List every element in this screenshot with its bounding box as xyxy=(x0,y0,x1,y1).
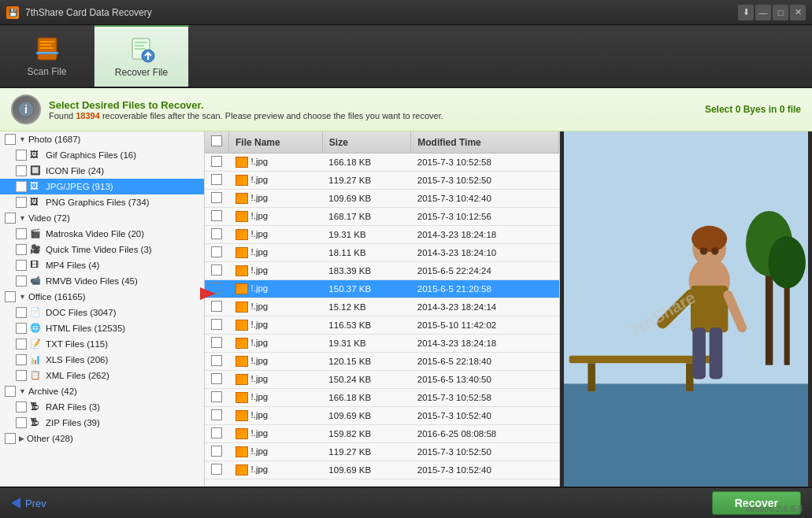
row-check-cell[interactable] xyxy=(205,262,229,280)
download-btn[interactable]: ⬇ xyxy=(738,5,754,20)
maximize-btn[interactable]: □ xyxy=(773,5,788,20)
row-checkbox-15[interactable] xyxy=(211,427,222,438)
row-checkbox-14[interactable] xyxy=(211,409,222,420)
row-checkbox-16[interactable] xyxy=(211,446,222,457)
tree-icon-item[interactable]: 🔲 ICON File (24) xyxy=(0,163,204,179)
tree-png-item[interactable]: 🖼 PNG Graphics Files (734) xyxy=(0,194,204,210)
row-check-cell[interactable] xyxy=(205,389,229,407)
prev-button[interactable]: Prev xyxy=(11,498,46,509)
tree-mkv-item[interactable]: 🎬 Matroska Video File (20) xyxy=(0,226,204,242)
tree-photo-check[interactable] xyxy=(5,134,16,145)
tree-rmvb-check[interactable] xyxy=(16,276,27,287)
tree-photo-category[interactable]: ▼ Photo (1687) xyxy=(0,131,204,147)
row-check-cell[interactable] xyxy=(205,244,229,262)
table-row[interactable]: !.jpg 166.18 KB 2015-7-3 10:52:58 xyxy=(205,154,559,172)
tree-archive-category[interactable]: ▼ Archive (42) xyxy=(0,383,204,399)
row-checkbox-4[interactable] xyxy=(211,228,222,239)
scan-file-button[interactable]: Scan File xyxy=(0,25,95,87)
row-check-cell[interactable] xyxy=(205,154,229,172)
table-row[interactable]: !.jpg 159.82 KB 2016-6-25 08:08:58 xyxy=(205,425,559,443)
table-row[interactable]: !.jpg 119.27 KB 2015-7-3 10:52:50 xyxy=(205,172,559,190)
row-check-cell[interactable] xyxy=(205,298,229,316)
row-checkbox-0[interactable] xyxy=(211,156,222,167)
tree-qt-item[interactable]: 🎥 Quick Time Video Files (3) xyxy=(0,242,204,257)
minimize-btn[interactable]: — xyxy=(755,5,771,20)
row-check-cell[interactable] xyxy=(205,335,229,353)
tree-xml-check[interactable] xyxy=(16,370,27,381)
tree-video-check[interactable] xyxy=(5,213,16,224)
tree-txt-item[interactable]: 📝 TXT Files (115) xyxy=(0,336,204,352)
row-checkbox-11[interactable] xyxy=(211,355,222,366)
tree-jpg-item[interactable]: 🖼 JPG/JPEG (913) xyxy=(0,179,204,194)
row-check-cell[interactable] xyxy=(205,353,229,371)
tree-doc-item[interactable]: 📄 DOC Files (3047) xyxy=(0,305,204,320)
row-checkbox-17[interactable] xyxy=(211,464,222,475)
row-checkbox-2[interactable] xyxy=(211,192,222,203)
row-check-cell[interactable] xyxy=(205,190,229,208)
tree-icon-check[interactable] xyxy=(16,165,27,176)
table-row[interactable]: !.jpg 150.37 KB 2015-6-5 21:20:58 xyxy=(205,280,559,298)
row-checkbox-12[interactable] xyxy=(211,373,222,384)
tree-office-category[interactable]: ▼ Office (16165) xyxy=(0,289,204,305)
tree-gif-item[interactable]: 🖼 Gif Graphics Files (16) xyxy=(0,147,204,163)
row-check-cell[interactable] xyxy=(205,425,229,443)
tree-html-check[interactable] xyxy=(16,323,27,334)
table-row[interactable]: !.jpg 119.27 KB 2015-7-3 10:52:50 xyxy=(205,443,559,461)
table-row[interactable]: !.jpg 109.69 KB 2015-7-3 10:42:40 xyxy=(205,190,559,208)
tree-zip-item[interactable]: 🗜 ZIP Files (39) xyxy=(0,415,204,431)
table-row[interactable]: !.jpg 168.17 KB 2015-7-3 10:12:56 xyxy=(205,208,559,226)
row-checkbox-3[interactable] xyxy=(211,210,222,221)
file-list[interactable]: File Name Size Modified Time !.jpg 166.1… xyxy=(205,131,560,487)
table-row[interactable]: !.jpg 19.31 KB 2014-3-23 18:24:18 xyxy=(205,335,559,353)
tree-rmvb-item[interactable]: 📹 RMVB Video Files (45) xyxy=(0,273,204,289)
table-row[interactable]: !.jpg 150.24 KB 2015-6-5 13:40:50 xyxy=(205,371,559,389)
table-row[interactable]: !.jpg 166.18 KB 2015-7-3 10:52:58 xyxy=(205,389,559,407)
tree-png-check[interactable] xyxy=(16,197,27,208)
row-check-cell[interactable] xyxy=(205,316,229,335)
tree-xls-check[interactable] xyxy=(16,354,27,365)
tree-gif-check[interactable] xyxy=(16,150,27,161)
tree-xls-item[interactable]: 📊 XLS Files (206) xyxy=(0,352,204,368)
tree-doc-check[interactable] xyxy=(16,307,27,318)
row-checkbox-6[interactable] xyxy=(211,265,222,276)
row-checkbox-13[interactable] xyxy=(211,391,222,402)
row-check-cell[interactable] xyxy=(205,172,229,190)
table-row[interactable]: !.jpg 109.69 KB 2015-7-3 10:52:40 xyxy=(205,407,559,425)
tree-txt-check[interactable] xyxy=(16,339,27,350)
tree-other-category[interactable]: ▶ Other (428) xyxy=(0,431,204,446)
table-row[interactable]: !.jpg 15.12 KB 2014-3-23 18:24:14 xyxy=(205,298,559,316)
tree-other-check[interactable] xyxy=(5,433,16,444)
tree-office-check[interactable] xyxy=(5,291,16,302)
tree-mp4-item[interactable]: 🎞 MP4 Files (4) xyxy=(0,257,204,273)
tree-mkv-check[interactable] xyxy=(16,228,27,239)
table-row[interactable]: !.jpg 120.15 KB 2015-6-5 22:18:40 xyxy=(205,353,559,371)
tree-mp4-check[interactable] xyxy=(16,260,27,271)
tree-html-item[interactable]: 🌐 HTML Files (12535) xyxy=(0,320,204,336)
tree-video-category[interactable]: ▼ Video (72) xyxy=(0,210,204,226)
recover-file-button[interactable]: Recover File xyxy=(95,25,189,87)
row-checkbox-1[interactable] xyxy=(211,174,222,185)
tree-zip-check[interactable] xyxy=(16,417,27,428)
row-checkbox-9[interactable] xyxy=(211,319,222,330)
table-row[interactable]: !.jpg 109.69 KB 2015-7-3 10:52:40 xyxy=(205,461,559,479)
tree-qt-check[interactable] xyxy=(16,244,27,255)
table-row[interactable]: !.jpg 18.11 KB 2014-3-23 18:24:10 xyxy=(205,244,559,262)
row-check-cell[interactable] xyxy=(205,208,229,226)
table-row[interactable]: !.jpg 19.31 KB 2014-3-23 18:24:18 xyxy=(205,226,559,244)
close-btn[interactable]: ✕ xyxy=(790,5,806,20)
row-check-cell[interactable] xyxy=(205,461,229,479)
header-check[interactable] xyxy=(211,135,222,146)
row-check-cell[interactable] xyxy=(205,371,229,389)
tree-rar-check[interactable] xyxy=(16,401,27,413)
table-row[interactable]: !.jpg 116.53 KB 2015-5-10 11:42:02 xyxy=(205,316,559,335)
row-check-cell[interactable] xyxy=(205,226,229,244)
row-check-cell[interactable] xyxy=(205,407,229,425)
row-check-cell[interactable] xyxy=(205,443,229,461)
row-checkbox-10[interactable] xyxy=(211,337,222,348)
tree-rar-item[interactable]: 🗜 RAR Files (3) xyxy=(0,399,204,415)
tree-xml-item[interactable]: 📋 XML Files (262) xyxy=(0,368,204,383)
tree-archive-check[interactable] xyxy=(5,386,16,397)
row-checkbox-5[interactable] xyxy=(211,246,222,257)
tree-jpg-check[interactable] xyxy=(16,181,27,192)
table-row[interactable]: !.jpg 183.39 KB 2015-6-5 22:24:24 xyxy=(205,262,559,280)
